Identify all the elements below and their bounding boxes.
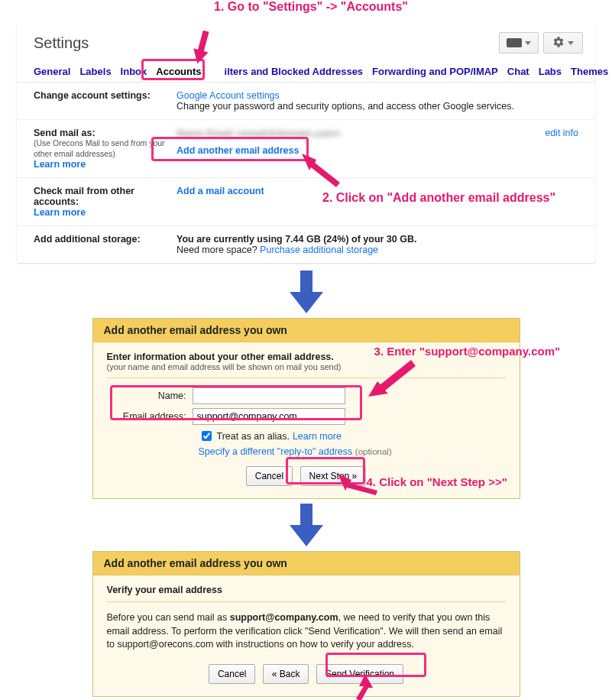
- row-label: Add additional storage:: [34, 234, 167, 245]
- sendas-current-identity: Name Email <email@domain.com>: [176, 128, 516, 139]
- page-title: Settings: [34, 34, 89, 52]
- row-sublabel: (Use Orecons Mail to send from your othe…: [34, 138, 167, 159]
- keyboard-icon: [507, 38, 522, 47]
- tab-labs[interactable]: Labs: [539, 66, 562, 77]
- change-account-desc: Change your password and security option…: [176, 101, 514, 112]
- alias-learn-more-link[interactable]: Learn more: [293, 431, 342, 442]
- email-label: Email address:: [107, 411, 193, 422]
- back-button[interactable]: « Back: [263, 664, 309, 684]
- tab-chat[interactable]: Chat: [507, 66, 529, 77]
- verify-subhead: Verify your email address: [107, 585, 506, 595]
- settings-gear-button[interactable]: [543, 32, 583, 53]
- add-email-dialog: Add another email address you own Enter …: [92, 318, 520, 499]
- dialog-intro-head: Enter information about your other email…: [107, 352, 506, 362]
- row-storage: Add additional storage: You are currentl…: [17, 226, 595, 263]
- next-step-button[interactable]: Next Step »: [300, 466, 367, 486]
- storage-text-mid: of your: [349, 234, 387, 245]
- dialog-intro-sub: (your name and email address will be sho…: [107, 362, 506, 371]
- add-another-email-link[interactable]: Add another email address: [176, 145, 299, 156]
- send-verification-button[interactable]: Send Verification: [316, 664, 403, 684]
- verify-text-email: support@company.com: [230, 612, 338, 623]
- cancel-button[interactable]: Cancel: [209, 664, 255, 684]
- row-label: Check mail from other accounts:: [34, 186, 134, 207]
- tab-inbox[interactable]: Inbox: [121, 66, 147, 77]
- flow-arrow-2: [8, 504, 604, 546]
- name-label: Name:: [107, 391, 193, 401]
- edit-info-link[interactable]: edit info: [545, 128, 578, 138]
- row-label: Send mail as:: [34, 128, 96, 138]
- verify-email-dialog: Add another email address you own Verify…: [92, 551, 520, 697]
- tab-themes[interactable]: Themes: [571, 66, 608, 77]
- verify-text-pre: Before you can send mail as: [107, 612, 230, 623]
- storage-used: 7.44 GB (24%): [285, 234, 348, 245]
- email-input[interactable]: [193, 408, 345, 425]
- tab-filters[interactable]: ilters and Blocked Addresses: [225, 66, 364, 77]
- dropdown-caret-icon: [568, 41, 574, 45]
- sendas-learn-more-link[interactable]: Learn more: [34, 159, 86, 170]
- dropdown-caret-icon: [525, 41, 531, 45]
- replyto-optional: (optional): [355, 447, 392, 456]
- divider: [107, 601, 506, 602]
- flow-arrow-1: [8, 271, 604, 313]
- add-mail-account-link[interactable]: Add a mail account: [176, 186, 264, 196]
- dialog-title: Add another email address you own: [93, 319, 520, 342]
- alias-checkbox[interactable]: [202, 431, 212, 441]
- storage-text-pre: You are currently using: [176, 234, 285, 245]
- replyto-link[interactable]: Specify a different "reply-to" address: [199, 446, 353, 457]
- tab-labels[interactable]: Labels: [79, 66, 111, 77]
- divider: [107, 378, 506, 378]
- input-tools-button[interactable]: [499, 32, 539, 53]
- tab-general[interactable]: General: [34, 66, 70, 77]
- tab-accounts[interactable]: Accounts: [156, 66, 201, 77]
- name-input[interactable]: [193, 387, 345, 404]
- alias-text: Treat as an alias.: [217, 431, 290, 442]
- checkmail-learn-more-link[interactable]: Learn more: [34, 207, 86, 218]
- gear-icon: [552, 36, 565, 50]
- row-send-mail-as: Send mail as: (Use Orecons Mail to send …: [17, 120, 595, 178]
- row-change-account: Change account settings: Google Account …: [17, 83, 595, 120]
- settings-tabs: General Labels Inbox Accounts ilters and…: [17, 60, 595, 83]
- storage-total: 30 GB: [387, 234, 414, 245]
- verify-body: Before you can send mail as support@comp…: [107, 611, 506, 652]
- cancel-button[interactable]: Cancel: [246, 466, 293, 486]
- settings-panel: Settings General Labels Inbox Accounts i…: [17, 24, 595, 263]
- tab-forwarding[interactable]: Forwarding and POP/IMAP: [372, 66, 498, 77]
- row-label: Change account settings:: [34, 90, 167, 101]
- annotation-step1: 1. Go to "Settings" -> "Accounts": [214, 0, 408, 14]
- google-account-settings-link[interactable]: Google Account settings: [176, 90, 280, 101]
- dialog-title: Add another email address you own: [93, 552, 520, 575]
- row-check-mail: Check mail from other accounts: Learn mo…: [17, 178, 595, 226]
- purchase-storage-link[interactable]: Purchase additional storage: [260, 245, 378, 255]
- storage-need-more: Need more space?: [176, 245, 260, 255]
